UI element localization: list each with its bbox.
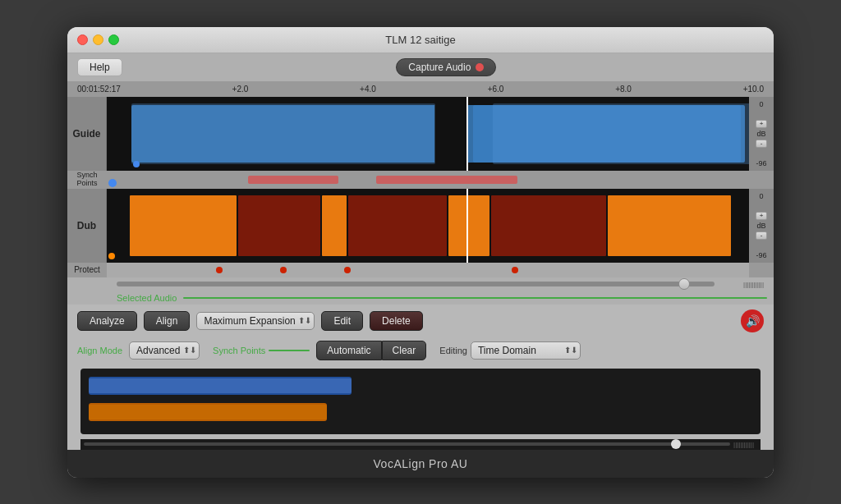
guide-dot — [133, 161, 140, 167]
capture-audio-button[interactable]: Capture Audio — [396, 58, 496, 76]
main-slider-row: |||||||||||| — [67, 277, 774, 291]
synch-points-label: Synch Points — [213, 346, 265, 355]
synch-label: SynchPoints — [67, 172, 107, 188]
guide-db-minus[interactable]: - — [756, 140, 767, 148]
close-button[interactable] — [77, 34, 88, 45]
delete-button[interactable]: Delete — [370, 311, 423, 331]
protect-label: Protect — [67, 265, 107, 274]
dub-db-label: dB — [756, 222, 765, 230]
synch-bar-2 — [376, 176, 517, 184]
dub-seg-dark-1 — [238, 195, 320, 256]
dub-seg-orange-3 — [448, 195, 489, 256]
analyze-button[interactable]: Analyze — [77, 311, 137, 331]
ruler-mark-5: +10.0 — [743, 85, 764, 94]
help-button[interactable]: Help — [77, 58, 122, 76]
footer-bar: VocALign Pro AU — [67, 450, 774, 478]
svg-rect-4 — [89, 405, 327, 419]
traffic-lights — [77, 34, 119, 45]
protect-marker-2 — [280, 267, 287, 273]
window-title: TLM 12 saitige — [385, 34, 455, 46]
preview-wave-orange-svg — [89, 403, 327, 421]
dub-db-minus[interactable]: - — [756, 231, 767, 240]
expansion-dropdown[interactable]: Maximum Expansion Normal Expansion No Ex… — [196, 312, 315, 330]
editing-dropdown[interactable]: Time Domain Frequency Domain — [471, 341, 581, 360]
clear-button[interactable]: Clear — [382, 341, 427, 360]
dub-seg-orange-1 — [130, 195, 237, 256]
dub-db-bottom: -96 — [756, 251, 766, 259]
editing-group: Editing Time Domain Frequency Domain ⬆⬇ — [439, 341, 581, 360]
protect-area — [107, 263, 749, 277]
preview-section[interactable] — [80, 369, 761, 434]
main-slider-track[interactable] — [117, 282, 715, 286]
synch-area — [107, 171, 749, 189]
align-button[interactable]: Align — [144, 311, 191, 331]
preview-slider-row: |||||||||||| — [80, 439, 761, 450]
ruler-mark-2: +4.0 — [360, 85, 376, 94]
protect-marker-3 — [344, 267, 351, 273]
synch-points-line — [269, 350, 310, 351]
editing-label: Editing — [439, 346, 467, 355]
main-slider-thumb[interactable] — [678, 278, 690, 290]
preview-slider-track[interactable] — [84, 442, 730, 446]
align-mode-dropdown[interactable]: Advanced Basic — [129, 341, 200, 360]
synch-points-row: SynchPoints — [67, 171, 774, 189]
dub-db-top: 0 — [759, 192, 763, 200]
guide-db-top: 0 — [759, 100, 763, 108]
dub-label: Dub — [67, 189, 107, 263]
time-position: 00:01:52:17 — [77, 85, 121, 94]
title-bar: TLM 12 saitige — [67, 27, 774, 53]
protect-row: Protect — [67, 263, 774, 277]
dub-db-scale: 0 + dB - -96 — [749, 189, 774, 263]
capture-dot-icon — [476, 63, 484, 71]
guide-waveform[interactable] — [107, 97, 749, 171]
capture-audio-label: Capture Audio — [408, 62, 471, 73]
guide-track-row: Guide 0 + dB - -96 — [67, 97, 774, 171]
preview-wave-blue-svg — [89, 377, 352, 395]
svg-rect-2 — [493, 103, 749, 164]
automatic-button[interactable]: Automatic — [316, 341, 381, 360]
protect-marker-4 — [512, 267, 518, 273]
guide-db-bottom: -96 — [756, 159, 766, 167]
guide-label: Guide — [67, 97, 107, 171]
ruler-marks: 00:01:52:17 +2.0 +4.0 +6.0 +8.0 +10.0 — [74, 85, 767, 94]
selected-audio-row: Selected Audio — [67, 291, 774, 305]
dub-waveform[interactable] — [107, 189, 749, 263]
preview-slider-thumb[interactable] — [671, 439, 681, 449]
dub-seg-orange-2 — [322, 195, 347, 256]
preview-ruler: |||||||||||| — [730, 441, 757, 448]
ruler-mark-3: +6.0 — [488, 85, 504, 94]
minimize-button[interactable] — [93, 34, 103, 45]
dub-db-plus[interactable]: + — [756, 212, 767, 220]
align-mode-label: Align Mode — [77, 346, 122, 355]
synch-buttons-group: Automatic Clear — [316, 341, 426, 360]
controls-row: Analyze Align Maximum Expansion Normal E… — [67, 305, 774, 337]
ruler-mark-1: +2.0 — [232, 85, 249, 94]
guide-db-label: dB — [756, 130, 765, 138]
preview-wave-blue — [89, 377, 352, 395]
toolbar: Help Capture Audio — [67, 53, 774, 82]
expansion-dropdown-wrapper: Maximum Expansion Normal Expansion No Ex… — [196, 312, 315, 330]
maximize-button[interactable] — [108, 34, 119, 45]
playhead — [466, 97, 468, 171]
mini-ruler: |||||||||||| — [718, 281, 767, 288]
svg-rect-3 — [89, 378, 352, 393]
selected-audio-label: Selected Audio — [117, 293, 177, 303]
editing-dropdown-wrapper: Time Domain Frequency Domain ⬆⬇ — [471, 341, 581, 360]
dub-track-row: Dub 0 + dB - -96 — [67, 189, 774, 263]
edit-button[interactable]: Edit — [321, 311, 363, 331]
dub-db-buttons: + dB - — [756, 212, 767, 240]
selected-audio-line — [183, 297, 767, 299]
dub-seg-dark-2 — [348, 195, 447, 256]
footer-label: VocALign Pro AU — [374, 457, 468, 470]
guide-db-plus[interactable]: + — [756, 120, 767, 128]
synch-bar-1 — [248, 176, 338, 184]
dub-dot — [108, 253, 115, 259]
guide-wave-texture — [107, 97, 749, 171]
preview-container: |||||||||||| — [67, 365, 774, 450]
synch-dot-blue — [108, 179, 117, 187]
align-mode-dropdown-wrapper: Advanced Basic ⬆⬇ — [129, 341, 200, 360]
ruler-mark-4: +8.0 — [615, 85, 632, 94]
timeline-ruler: 00:01:52:17 +2.0 +4.0 +6.0 +8.0 +10.0 — [67, 82, 774, 97]
speaker-button[interactable]: 🔊 — [741, 309, 764, 332]
protect-marker-1 — [216, 267, 223, 273]
